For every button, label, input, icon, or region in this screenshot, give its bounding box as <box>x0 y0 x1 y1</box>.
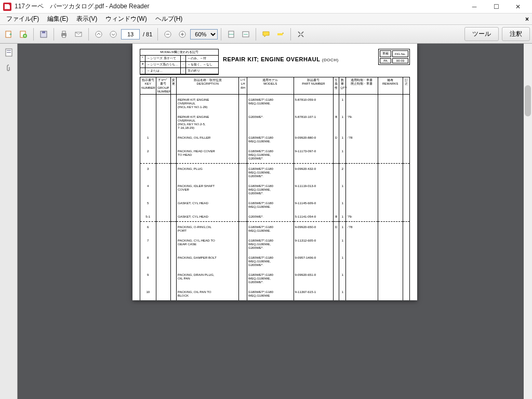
read-mode-icon[interactable] <box>294 28 308 41</box>
workspace: MODELS欄に使われる記号 *～シリーズ 系すべて.～のみ、～付#～シリーズ系… <box>0 44 532 399</box>
svg-rect-4 <box>42 31 45 33</box>
maximize-button[interactable]: ☐ <box>485 0 507 14</box>
models-legend-box: MODELS欄に使われる記号 *～シリーズ 系すべて.～のみ、～付#～シリーズ系… <box>140 49 219 75</box>
table-row: 9PACKING; DRAIN PLUG, OIL PANG180WET*,G1… <box>140 270 410 287</box>
menu-window[interactable]: ウィンドウ(W) <box>101 14 151 24</box>
email-icon[interactable] <box>72 28 85 41</box>
table-row: 1PACKING; OIL FILLERG180WET*,G180WEQ,G18… <box>140 132 410 146</box>
pdf-page: MODELS欄に使われる記号 *～シリーズ 系すべて.～のみ、～付#～シリーズ系… <box>132 44 417 300</box>
save-icon[interactable] <box>37 28 50 41</box>
document-title: REPAIR KIT; ENGINE OVERHAUL (DOCH) <box>223 56 339 62</box>
window-title: 117クーペ パーツカタログ.pdf - Adobe Reader <box>15 2 149 11</box>
svg-point-10 <box>110 31 116 37</box>
menu-edit[interactable]: 編集(E) <box>43 14 72 24</box>
table-row: 2PACKING; HEAD COVER TO HEADG180WET*,G18… <box>140 146 410 164</box>
svg-rect-18 <box>7 52 11 53</box>
zoom-select[interactable]: 60% <box>190 29 218 39</box>
pdf-icon <box>3 3 11 11</box>
table-row: 7PACKING; CYL.HEAD TO GEAR CASEG180WET*,… <box>140 235 410 252</box>
svg-rect-6 <box>62 31 65 33</box>
parts-table: 指示番号KEYNUMBERｸﾞﾙｰﾌﾟ番号GROUPNUMBER変更部品名称・取… <box>140 77 410 300</box>
highlight-icon[interactable] <box>274 28 287 41</box>
table-row: REPAIR KIT; ENGINE OVERHAUL (INCL.KEY NO… <box>140 94 410 112</box>
page-down-icon[interactable] <box>107 28 120 41</box>
fig-number-box: 車種FIG.No. PA00-03 <box>378 49 410 65</box>
create-pdf-icon[interactable] <box>17 28 30 41</box>
side-panel <box>0 44 18 399</box>
svg-rect-7 <box>62 35 65 37</box>
attachments-icon[interactable] <box>3 62 15 74</box>
table-row: 3PACKING; PLUGG180WET*,G180WEQ,G180WE,G2… <box>140 164 410 181</box>
comment-icon[interactable] <box>259 28 273 41</box>
menu-view[interactable]: 表示(V) <box>72 14 101 24</box>
vertical-scrollbar[interactable] <box>524 44 532 399</box>
fit-width-icon[interactable] <box>239 28 252 41</box>
menubar: ファイル(F) 編集(E) 表示(V) ウィンドウ(W) ヘルプ(H) × <box>0 14 532 25</box>
page-up-icon[interactable] <box>92 28 105 41</box>
toolbar: / 81 60% ツール 注釈 <box>0 25 532 44</box>
minimize-button[interactable]: ─ <box>463 0 485 14</box>
table-row: 5GASKET; CYL.HEADG180WET*,G180WEQ,G180WE… <box>140 198 410 211</box>
comment-button[interactable]: 注釈 <box>502 27 530 41</box>
svg-rect-15 <box>277 33 283 35</box>
export-pdf-icon[interactable] <box>2 28 16 41</box>
table-row: 10PACKING; OIL PAN TO BLOCKG180WET*,G180… <box>140 287 410 300</box>
menu-help[interactable]: ヘルプ(H) <box>151 14 187 24</box>
table-row: REPAIR KIT; ENGINE OVERHAUL (INCL.KEY NO… <box>140 112 410 132</box>
menu-file[interactable]: ファイル(F) <box>2 14 43 24</box>
print-icon[interactable] <box>57 28 71 41</box>
zoom-out-icon[interactable] <box>161 28 175 41</box>
thumbnails-icon[interactable] <box>3 47 15 58</box>
table-row: 8PACKING; DAMPER BOLTG180WET*,G180WEQ,G1… <box>140 252 410 270</box>
tools-button[interactable]: ツール <box>464 27 499 41</box>
table-row: 6PACKING; O-RING,OIL PORTG180WET*,G180WE… <box>140 222 410 235</box>
scroll-thumb[interactable] <box>525 85 531 116</box>
page-number-input[interactable] <box>121 29 140 39</box>
table-row: 4PACKING; IDLER SHAFT COVERG180WET*,G180… <box>140 181 410 198</box>
svg-rect-17 <box>7 50 11 51</box>
fit-page-icon[interactable] <box>224 28 238 41</box>
document-viewer[interactable]: MODELS欄に使われる記号 *～シリーズ 系すべて.～のみ、～付#～シリーズ系… <box>18 44 532 399</box>
window-titlebar: 117クーペ パーツカタログ.pdf - Adobe Reader ─ ☐ ✕ <box>0 0 532 14</box>
table-row: 5-1GASKET; CYL.HEADG200WE*.5-11141-054-0… <box>140 211 410 222</box>
menubar-close-icon[interactable]: × <box>525 16 529 23</box>
zoom-in-icon[interactable] <box>176 28 189 41</box>
close-button[interactable]: ✕ <box>507 0 529 14</box>
page-total-label: / 81 <box>143 31 152 37</box>
svg-point-9 <box>96 31 102 37</box>
